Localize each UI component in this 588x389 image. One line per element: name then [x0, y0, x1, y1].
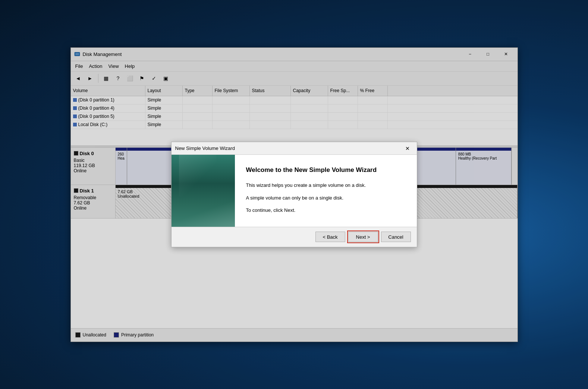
modal-heading: Welcome to the New Simple Volume Wizard	[246, 166, 406, 174]
sidebar-highlight	[179, 155, 216, 197]
modal-text-2: A simple volume can only be on a single …	[246, 194, 406, 202]
modal-title: New Simple Volume Wizard	[175, 145, 402, 151]
modal-footer: < Back Next > Cancel	[172, 227, 417, 247]
back-button[interactable]: < Back	[315, 232, 345, 242]
modal-overlay: New Simple Volume Wizard ✕ Welcome to th…	[0, 0, 588, 389]
modal-text-3: To continue, click Next.	[246, 207, 406, 214]
cancel-button[interactable]: Cancel	[381, 232, 411, 242]
modal-body: Welcome to the New Simple Volume Wizard …	[172, 155, 417, 227]
next-button[interactable]: Next >	[348, 232, 378, 242]
modal-text-1: This wizard helps you create a simple vo…	[246, 182, 406, 189]
modal-close-button[interactable]: ✕	[402, 144, 413, 153]
modal-content-area: Welcome to the New Simple Volume Wizard …	[235, 155, 417, 227]
new-simple-volume-wizard: New Simple Volume Wizard ✕ Welcome to th…	[171, 142, 417, 247]
modal-sidebar	[172, 155, 235, 227]
modal-title-bar: New Simple Volume Wizard ✕	[172, 142, 417, 155]
